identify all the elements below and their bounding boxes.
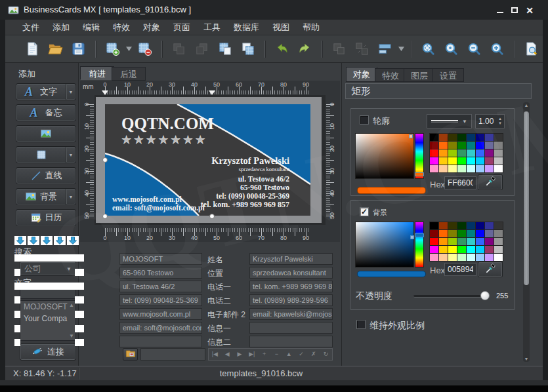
menu-item-8[interactable]: 数据库 xyxy=(227,20,266,35)
menu-item-7[interactable]: 工具 xyxy=(197,20,227,35)
palette-swatch[interactable] xyxy=(485,246,494,253)
palette-swatch[interactable] xyxy=(485,222,494,229)
palette-swatch[interactable] xyxy=(439,142,448,149)
fill-eyedropper-button[interactable] xyxy=(478,262,503,277)
outline-hue-strip[interactable] xyxy=(415,133,424,179)
palette-swatch[interactable] xyxy=(494,134,503,141)
palette-swatch[interactable] xyxy=(485,149,494,157)
remove-page-button[interactable] xyxy=(137,40,152,58)
palette-swatch[interactable] xyxy=(439,222,448,229)
palette-swatch[interactable] xyxy=(467,254,475,261)
palette-swatch[interactable] xyxy=(457,149,466,157)
palette-swatch[interactable] xyxy=(485,238,494,245)
palette-swatch[interactable] xyxy=(430,134,438,141)
chevron-down-icon[interactable]: ▼ xyxy=(66,147,75,163)
outline-hex-input[interactable] xyxy=(444,176,476,189)
add-background-button[interactable]: 背景▼ xyxy=(16,188,76,205)
menu-item-2[interactable]: 添加 xyxy=(46,20,76,35)
palette-swatch[interactable] xyxy=(494,222,503,229)
scroll-down-icon[interactable]: ▼ xyxy=(523,357,530,361)
palette-swatch[interactable] xyxy=(485,134,494,141)
save-button[interactable] xyxy=(71,40,86,58)
palette-swatch[interactable] xyxy=(457,246,466,253)
palette-swatch[interactable] xyxy=(494,142,503,149)
palette-swatch[interactable] xyxy=(448,142,457,149)
palette-swatch[interactable] xyxy=(494,246,503,253)
palette-swatch[interactable] xyxy=(430,222,438,229)
fill-hue-strip[interactable] xyxy=(415,222,424,267)
add-shape-button[interactable]: ▼ xyxy=(16,146,76,163)
palette-swatch[interactable] xyxy=(494,149,503,157)
zoom-out-button[interactable] xyxy=(467,40,482,58)
nav-last-button[interactable]: ▶| xyxy=(245,349,258,360)
palette-swatch[interactable] xyxy=(439,230,448,237)
palette-swatch[interactable] xyxy=(430,165,438,172)
outline-eyedropper-button[interactable] xyxy=(478,174,503,190)
print-preview-button[interactable] xyxy=(524,40,539,58)
outline-checkbox[interactable] xyxy=(360,115,369,125)
open-folder-button[interactable] xyxy=(48,40,63,58)
palette-swatch[interactable] xyxy=(485,142,494,149)
download-arrow-icon[interactable] xyxy=(41,236,53,245)
palette-swatch[interactable] xyxy=(494,157,503,165)
palette-swatch[interactable] xyxy=(457,134,466,141)
align-button[interactable] xyxy=(377,40,392,58)
selection-handle[interactable] xyxy=(102,214,108,219)
menu-item-1[interactable]: 文件 xyxy=(16,20,46,35)
scroll-down-icon[interactable]: ▼ xyxy=(69,333,74,339)
record-field-right[interactable] xyxy=(249,322,333,334)
nav-prev-button[interactable]: ◀ xyxy=(221,349,234,360)
nav-first-button[interactable]: |◀ xyxy=(209,349,221,360)
record-field-right[interactable]: sprzedawca konsultant xyxy=(249,267,333,279)
palette-swatch[interactable] xyxy=(457,157,466,165)
palette-swatch[interactable] xyxy=(467,134,475,141)
palette-swatch[interactable] xyxy=(430,254,438,261)
palette-swatch[interactable] xyxy=(467,222,475,229)
business-card[interactable]: QQTN.COM ★★★★★★★ Krzysztof Pawelski sprz… xyxy=(105,104,310,216)
undo-button[interactable] xyxy=(274,40,289,58)
menu-item-10[interactable]: 帮助 xyxy=(296,20,326,35)
palette-swatch[interactable] xyxy=(430,230,438,237)
add-calendar-button[interactable]: 日历 xyxy=(16,209,76,226)
download-arrow-icon[interactable] xyxy=(54,236,66,245)
download-arrow-icon[interactable] xyxy=(67,236,79,245)
record-field-left[interactable]: tel: (099) 09048-25-369 xyxy=(119,294,202,306)
line-style-dropdown[interactable]: ▼ xyxy=(427,114,472,128)
tab-对象[interactable]: 对象 xyxy=(346,67,377,82)
menu-item-3[interactable]: 编辑 xyxy=(76,20,106,35)
palette-swatch[interactable] xyxy=(494,254,503,261)
palette-swatch[interactable] xyxy=(494,230,503,237)
palette-swatch[interactable] xyxy=(448,246,457,253)
palette-swatch[interactable] xyxy=(448,134,457,141)
zoom-in-button[interactable] xyxy=(490,40,505,58)
record-field-left[interactable] xyxy=(119,336,202,347)
palette-swatch[interactable] xyxy=(476,254,484,261)
record-field-left[interactable]: MOJOSOFT xyxy=(119,253,202,265)
palette-swatch[interactable] xyxy=(476,149,484,157)
chevron-down-icon[interactable]: ▼ xyxy=(66,84,75,100)
selection-handle[interactable] xyxy=(102,157,108,163)
nav-next-button[interactable]: ▶ xyxy=(234,349,246,360)
fill-checkbox[interactable] xyxy=(360,207,369,216)
drawing-area[interactable]: QQTN.COM ★★★★★★★ Krzysztof Pawelski sprz… xyxy=(95,95,326,225)
keep-aspect-checkbox[interactable] xyxy=(356,320,366,329)
palette-swatch[interactable] xyxy=(485,230,494,237)
palette-swatch[interactable] xyxy=(439,165,448,172)
palette-swatch[interactable] xyxy=(448,230,457,237)
nav-delete-button[interactable]: − xyxy=(270,349,283,360)
palette-swatch[interactable] xyxy=(485,254,494,261)
palette-swatch[interactable] xyxy=(430,149,438,157)
palette-swatch[interactable] xyxy=(439,157,448,165)
scroll-up-icon[interactable]: ▲ xyxy=(69,302,74,308)
palette-swatch[interactable] xyxy=(494,238,503,245)
outline-sv-picker[interactable] xyxy=(355,133,414,179)
connect-button[interactable]: 连接 xyxy=(20,343,76,361)
clone-button[interactable] xyxy=(240,40,255,58)
close-button[interactable]: ✕ xyxy=(523,5,536,16)
palette-swatch[interactable] xyxy=(476,246,484,253)
caret-down-button[interactable] xyxy=(125,40,132,58)
palette-swatch[interactable] xyxy=(430,246,438,253)
load-image-button[interactable] xyxy=(123,348,138,361)
palette-swatch[interactable] xyxy=(439,246,448,253)
add-page-button[interactable] xyxy=(105,40,120,58)
